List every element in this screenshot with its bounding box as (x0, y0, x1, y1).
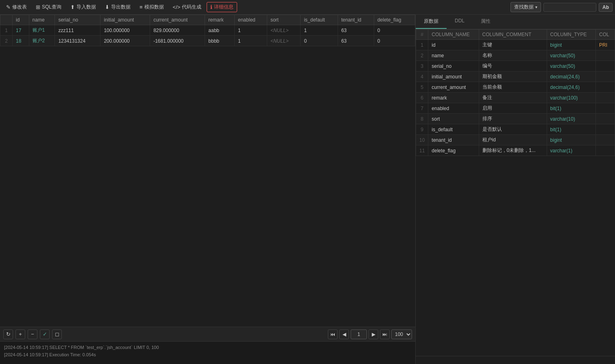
find-data-button[interactable]: 查找数据 ▾ (510, 2, 541, 12)
data-table: id name serial_no initial_amount current… (0, 15, 415, 46)
col-header-serial_no[interactable]: serial_no (55, 15, 100, 25)
page-number-input[interactable] (351, 329, 367, 339)
col-header-delete_flag[interactable]: delete_flag (374, 15, 415, 25)
export-data-button[interactable]: ⬇ 导出数据 (101, 2, 134, 12)
refresh-button[interactable]: ↻ (3, 329, 13, 339)
right-cell-name: tenant_id (428, 135, 479, 145)
right-cell-comment: 是否默认 (479, 124, 547, 135)
chevron-down-icon: ▾ (535, 5, 537, 9)
right-table: # COLUMN_NAME COLUMN_COMMENT COLUMN_TYPE… (416, 29, 615, 156)
col-header-enabled[interactable]: enabled (235, 15, 267, 25)
cell-delete_flag: 0 (374, 25, 415, 36)
table-header-row: id name serial_no initial_amount current… (0, 15, 415, 25)
table-row[interactable]: 218账户21234131324200.000000-1681.000000bb… (0, 36, 415, 46)
codegen-icon: </> (173, 4, 181, 10)
right-cell-extra (596, 114, 615, 124)
right-cell-extra (596, 124, 615, 135)
mock-data-button[interactable]: ≡ 模拟数据 (136, 2, 168, 12)
left-panel: id name serial_no initial_amount current… (0, 15, 416, 364)
bottom-bar: ↻ + − ✓ ◻ ⏮ ◀ ▶ ⏭ 100 50 200 (0, 327, 415, 341)
cell-id: 18 (13, 36, 29, 46)
search-input[interactable] (543, 3, 596, 12)
tab-ddl[interactable]: DDL (447, 15, 473, 29)
col-header-initial_amount[interactable]: initial_amount (100, 15, 150, 25)
toolbar-right: 查找数据 ▾ Ab (510, 2, 613, 12)
toolbar: ✎ 修改表 ⊞ SQL查询 ⬆ 导入数据 ⬇ 导出数据 ≡ 模拟数据 </> 代… (0, 0, 615, 15)
log-line-1: [2024-05-14 10:59:17] SELECT * FROM `tes… (4, 344, 411, 351)
right-table-wrapper[interactable]: # COLUMN_NAME COLUMN_COMMENT COLUMN_TYPE… (416, 29, 615, 356)
right-cell-num: 2 (416, 50, 428, 61)
first-page-button[interactable]: ⏮ (328, 329, 338, 339)
right-cell-extra (596, 50, 615, 61)
right-cell-name: enabled (428, 103, 479, 114)
right-cell-num: 3 (416, 61, 428, 72)
right-table-row: 2name名称varchar(50) (416, 50, 615, 61)
data-table-wrapper[interactable]: id name serial_no initial_amount current… (0, 15, 415, 327)
last-page-button[interactable]: ⏭ (380, 329, 390, 339)
col-header-sort[interactable]: sort (267, 15, 301, 25)
stop-button[interactable]: ◻ (52, 329, 62, 339)
tab-raw-data[interactable]: 原数据 (416, 15, 447, 29)
import-data-button[interactable]: ⬆ 导入数据 (67, 2, 100, 12)
confirm-button[interactable]: ✓ (40, 329, 50, 339)
cell-delete_flag: 0 (374, 36, 415, 46)
right-table-row: 4initial_amount期初金额decimal(24,6) (416, 72, 615, 82)
right-col-comment-header[interactable]: COLUMN_COMMENT (479, 30, 547, 40)
sql-query-button[interactable]: ⊞ SQL查询 (32, 2, 65, 12)
col-header-id[interactable]: id (13, 15, 29, 25)
right-cell-num: 1 (416, 40, 428, 50)
right-cell-num: 5 (416, 82, 428, 93)
right-cell-type: bigint (547, 135, 595, 145)
right-cell-name: sort (428, 114, 479, 124)
col-header-current_amount[interactable]: current_amount (150, 15, 205, 25)
cell-serial_no: zzz111 (55, 25, 100, 36)
edit-table-button[interactable]: ✎ 修改表 (2, 2, 31, 12)
right-cell-type: varchar(100) (547, 93, 595, 103)
right-col-name-header[interactable]: COLUMN_NAME (428, 30, 479, 40)
right-cell-name: remark (428, 93, 479, 103)
right-table-row: 10tenant_id租户idbigint (416, 135, 615, 145)
col-header-is_default[interactable]: is_default (301, 15, 338, 25)
right-cell-num: 8 (416, 114, 428, 124)
right-cell-type: decimal(24,6) (547, 82, 595, 93)
cell-remark: aabb (205, 25, 235, 36)
cell-enabled: 1 (235, 25, 267, 36)
right-panel: 原数据 DDL 属性 # COLUMN_NAME COLUMN_COMMENT … (416, 15, 615, 364)
col-header-remark[interactable]: remark (205, 15, 235, 25)
page-size-select[interactable]: 100 50 200 (391, 329, 412, 339)
col-header-tenant_id[interactable]: tenant_id (338, 15, 374, 25)
right-cell-extra (596, 135, 615, 145)
cell-is_default: 1 (301, 25, 338, 36)
right-col-extra-header[interactable]: COL (596, 30, 615, 40)
codegen-button[interactable]: </> 代码生成 (169, 2, 205, 12)
import-icon: ⬆ (70, 4, 75, 10)
table-row[interactable]: 117账户1zzz111100.000000829.000000aabb1<NU… (0, 25, 415, 36)
main-content: id name serial_no initial_amount current… (0, 15, 615, 364)
cell-initial_amount: 200.000000 (100, 36, 150, 46)
right-cell-num: 4 (416, 72, 428, 82)
right-table-row: 9is_default是否默认bit(1) (416, 124, 615, 135)
right-cell-type: varchar(50) (547, 61, 595, 72)
right-cell-comment: 备注 (479, 93, 547, 103)
cell-sort: <NULL> (267, 36, 301, 46)
next-page-button[interactable]: ▶ (369, 329, 378, 339)
right-cell-name: current_amount (428, 82, 479, 93)
add-row-button[interactable]: + (15, 329, 25, 339)
delete-row-button[interactable]: − (28, 329, 37, 339)
right-cell-type: decimal(24,6) (547, 72, 595, 82)
right-cell-comment: 主键 (479, 40, 547, 50)
detail-info-button[interactable]: ℹ 详细信息 (207, 2, 237, 12)
right-cell-comment: 删除标记，0未删除，1... (479, 145, 547, 156)
right-tabs: 原数据 DDL 属性 (416, 15, 615, 29)
right-cell-num: 6 (416, 93, 428, 103)
col-header-name[interactable]: name (29, 15, 55, 25)
right-cell-extra (596, 72, 615, 82)
prev-page-button[interactable]: ◀ (339, 329, 349, 339)
right-table-body: 1id主键bigintPRI2name名称varchar(50)3serial_… (416, 40, 615, 156)
log-area: [2024-05-14 10:59:17] SELECT * FROM `tes… (0, 341, 415, 364)
tab-attrs[interactable]: 属性 (473, 15, 499, 29)
ab-button[interactable]: Ab (599, 3, 613, 12)
right-col-type-header[interactable]: COLUMN_TYPE (547, 30, 595, 40)
right-cell-comment: 期初金额 (479, 72, 547, 82)
right-col-num-header: # (416, 30, 428, 40)
